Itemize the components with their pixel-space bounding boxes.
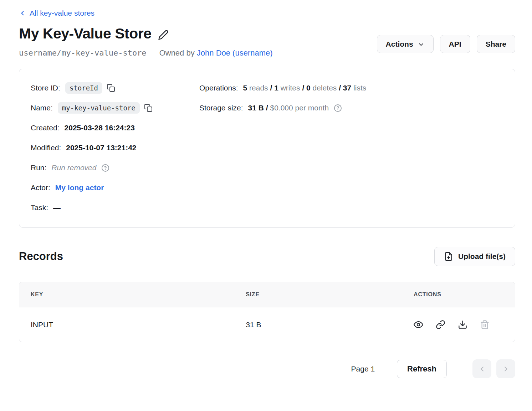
delete-record-icon[interactable] (480, 320, 490, 329)
run-row: Run: Run removed (31, 158, 199, 178)
record-key-cell: INPUT (31, 321, 246, 329)
view-record-icon[interactable] (414, 320, 423, 329)
actor-link[interactable]: My long actor (55, 183, 104, 192)
actions-button[interactable]: Actions (377, 35, 434, 53)
page-indicator: Page 1 (351, 365, 375, 373)
modified-row: Modified: 2025-10-07 13:21:42 (31, 138, 199, 158)
back-link-label: All key-value stores (30, 9, 94, 17)
records-heading: Records (19, 250, 63, 263)
pagination-bar: Page 1 Refresh (19, 359, 515, 378)
store-path: username/my-key-value-store (19, 48, 147, 57)
operations-label: Operations: (199, 84, 238, 92)
operations-row: Operations: 5 reads / 1 writes / 0 delet… (199, 78, 503, 98)
chevron-left-icon (19, 10, 26, 17)
chevron-left-icon (478, 365, 486, 373)
actor-label: Actor: (31, 183, 50, 192)
run-value: Run removed (51, 163, 96, 172)
records-table-header: KEY SIZE ACTIONS (19, 282, 515, 307)
page-title: My Key-Value Store (19, 25, 152, 42)
task-row: Task: — (31, 198, 199, 218)
store-id-value: storeId (65, 82, 102, 94)
page-header: My Key-Value Store username/my-key-value… (19, 25, 515, 58)
created-row: Created: 2025-03-28 16:24:23 (31, 118, 199, 138)
refresh-button[interactable]: Refresh (397, 360, 447, 378)
api-button[interactable]: API (440, 35, 470, 53)
storage-size-row: Storage size: 31 B / $0.000 per month (199, 98, 503, 118)
table-row: INPUT 31 B (19, 307, 515, 342)
run-label: Run: (31, 163, 46, 172)
column-header-size: SIZE (246, 291, 414, 298)
created-label: Created: (31, 124, 60, 132)
modified-value: 2025-10-07 13:21:42 (66, 144, 136, 152)
name-label: Name: (31, 104, 53, 112)
column-header-actions: ACTIONS (414, 291, 503, 298)
name-row: Name: my-key-value-store (31, 98, 199, 118)
upload-file-icon (444, 252, 453, 261)
record-link-icon[interactable] (436, 320, 445, 329)
chevron-right-icon (502, 365, 510, 373)
record-size-cell: 31 B (246, 321, 414, 329)
details-left-column: Store ID: storeId Name: my-key-value-sto… (31, 78, 199, 218)
modified-label: Modified: (31, 144, 61, 152)
owner-link[interactable]: John Doe (username) (197, 48, 273, 57)
storage-size-label: Storage size: (199, 104, 243, 112)
task-value: — (53, 203, 61, 212)
store-details-card: Store ID: storeId Name: my-key-value-sto… (19, 69, 515, 228)
owned-by-text: Owned by John Doe (username) (159, 48, 273, 58)
back-link[interactable]: All key-value stores (19, 9, 94, 17)
actions-button-label: Actions (386, 40, 413, 48)
column-header-key: KEY (31, 291, 246, 298)
name-value: my-key-value-store (58, 102, 140, 114)
records-section-header: Records Upload file(s) (19, 247, 515, 266)
actor-row: Actor: My long actor (31, 178, 199, 198)
edit-title-icon[interactable] (158, 30, 169, 40)
created-value: 2025-03-28 16:24:23 (65, 124, 135, 132)
upload-files-label: Upload file(s) (458, 252, 506, 261)
store-id-label: Store ID: (31, 84, 60, 92)
copy-name-icon[interactable] (144, 104, 153, 112)
operations-value: 5 reads / 1 writes / 0 deletes / 37 list… (243, 84, 367, 92)
storage-size-value: 31 B / $0.000 per month (248, 104, 329, 112)
run-help-icon[interactable] (101, 164, 109, 172)
record-actions-cell (414, 320, 503, 329)
upload-files-button[interactable]: Upload file(s) (434, 247, 515, 266)
store-id-row: Store ID: storeId (31, 78, 199, 98)
records-table: KEY SIZE ACTIONS INPUT 31 B (19, 282, 515, 342)
details-right-column: Operations: 5 reads / 1 writes / 0 delet… (199, 78, 503, 218)
next-page-button[interactable] (496, 359, 515, 378)
storage-help-icon[interactable] (334, 104, 342, 112)
copy-store-id-icon[interactable] (107, 84, 115, 92)
task-label: Task: (31, 203, 48, 212)
chevron-down-icon (418, 41, 425, 48)
download-record-icon[interactable] (458, 320, 467, 329)
previous-page-button[interactable] (472, 359, 491, 378)
share-button[interactable]: Share (477, 35, 515, 53)
